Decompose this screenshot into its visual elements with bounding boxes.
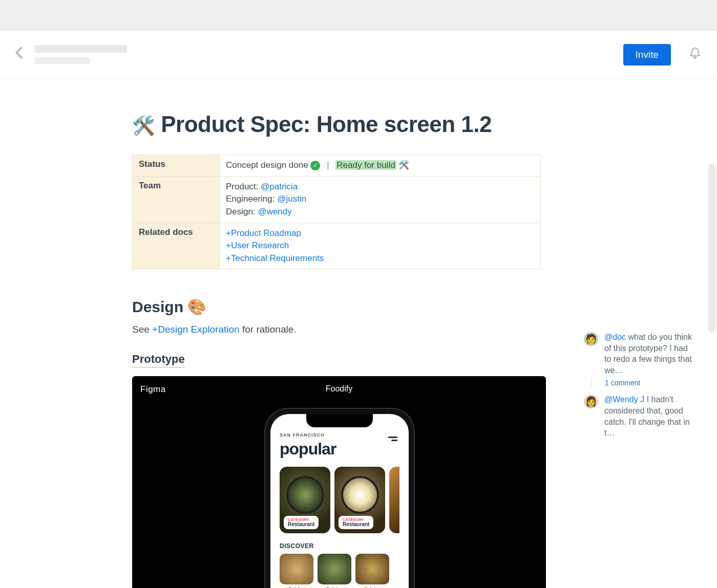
cuisine-card: Cuisine [280, 554, 313, 588]
region-label: SAN FRANCISCO [280, 432, 399, 438]
skeleton-line [35, 45, 127, 53]
mention-link[interactable]: @Wendy J [604, 395, 644, 404]
comment[interactable]: 👩 @Wendy J I hadn't considered that, goo… [584, 394, 693, 438]
comments-panel: 🧑 @doc what do you think of this prototy… [584, 332, 693, 442]
page-title-text: Product Spec: Home screen 1.2 [161, 112, 492, 137]
doc-link[interactable]: +User Research [226, 241, 289, 250]
headline: popular [280, 440, 399, 459]
figma-file-title: Foodify [132, 384, 546, 394]
chip-name: Restaurant [288, 521, 314, 527]
para-text: See [132, 324, 152, 335]
mention-link[interactable]: @doc [604, 333, 626, 341]
food-card [389, 467, 399, 533]
food-plate-icon [286, 476, 324, 514]
doc-link[interactable]: +Design Exploration [152, 324, 240, 335]
card-chip: CATEGORY Restaurant [284, 516, 319, 529]
avatar: 🧑 [584, 332, 598, 346]
separator: | [327, 160, 329, 170]
avatar: 👩 [584, 394, 598, 408]
doc-link[interactable]: +Technical Requirements [226, 253, 324, 263]
cuisine-image [318, 554, 351, 584]
status-text: Concept design done [226, 160, 308, 170]
hammer-wrench-icon: 🛠️ [398, 160, 409, 170]
notifications-icon[interactable] [687, 46, 703, 63]
menu-icon [388, 437, 397, 443]
food-card: CATEGORY Restaurant [334, 467, 385, 533]
top-gray-bar [0, 0, 717, 31]
chip-category: CATEGORY [343, 518, 369, 521]
ready-chip: Ready for build [335, 160, 396, 170]
phone-notch [306, 414, 373, 427]
table-row: Team Product: @patricia Engineering: @ju… [133, 176, 541, 223]
row-label: Related docs [133, 223, 220, 269]
page-title: 🛠️ Product Spec: Home screen 1.2 [132, 112, 549, 137]
title-placeholder [35, 45, 127, 64]
related-docs-cell: +Product Roadmap +User Research +Technic… [220, 223, 541, 269]
discover-heading: DISCOVER [280, 542, 399, 550]
doc-link[interactable]: +Product Roadmap [226, 228, 301, 238]
invite-button[interactable]: Invite [623, 44, 671, 66]
prototype-heading: Prototype [132, 353, 185, 368]
food-plate-icon [341, 476, 379, 514]
document-body: 🛠️ Product Spec: Home screen 1.2 Status … [132, 112, 549, 588]
mention-link[interactable]: @justin [277, 194, 306, 204]
team-role: Engineering: [226, 194, 277, 204]
design-paragraph: See +Design Exploration for rationale. [132, 324, 549, 335]
table-row: Status Concept design done ✓ | Ready for… [133, 155, 541, 177]
comment[interactable]: 🧑 @doc what do you think of this prototy… [584, 332, 693, 376]
table-row: Related docs +Product Roadmap +User Rese… [133, 223, 541, 269]
back-icon[interactable] [14, 46, 24, 63]
check-circle-icon: ✓ [310, 161, 320, 170]
team-role: Product: [226, 182, 261, 191]
cuisine-image [355, 554, 389, 584]
row-label: Status [133, 155, 220, 177]
food-card: CATEGORY Restaurant [280, 467, 330, 533]
figma-topbar: Figma Foodify [132, 384, 546, 395]
row-label: Team [133, 176, 220, 223]
cuisine-image [280, 554, 313, 584]
cuisine-card: Cuisine [355, 554, 389, 588]
mention-link[interactable]: @patricia [261, 182, 298, 191]
mention-link[interactable]: @wendy [258, 207, 291, 216]
skeleton-line [35, 57, 90, 64]
scrollbar[interactable] [708, 164, 716, 333]
status-cell: Concept design done ✓ | Ready for build … [220, 155, 541, 177]
team-cell: Product: @patricia Engineering: @justin … [220, 176, 541, 223]
design-heading: Design 🎨 [132, 298, 549, 316]
chip-category: CATEGORY [288, 518, 314, 521]
phone-screen: SAN FRANCISCO popular CATEGORY Restauran… [270, 414, 409, 588]
card-chip: CATEGORY Restaurant [339, 516, 373, 529]
team-role: Design: [226, 207, 258, 216]
figma-embed[interactable]: Figma Foodify SAN FRANCISCO popular [132, 376, 546, 588]
comment-body: @doc what do you think of this prototype… [604, 332, 693, 376]
hammer-wrench-icon: 🛠️ [132, 115, 155, 136]
thread-count[interactable]: 1 comment [591, 379, 693, 387]
para-text: for rationale. [240, 324, 297, 335]
cuisine-card: Cuisine [318, 554, 351, 588]
phone-mockup: SAN FRANCISCO popular CATEGORY Restauran… [265, 409, 414, 588]
chip-name: Restaurant [343, 521, 369, 527]
info-table: Status Concept design done ✓ | Ready for… [132, 155, 541, 269]
doc-header: Invite [0, 31, 717, 79]
comment-body: @Wendy J I hadn't considered that, good … [604, 394, 693, 438]
